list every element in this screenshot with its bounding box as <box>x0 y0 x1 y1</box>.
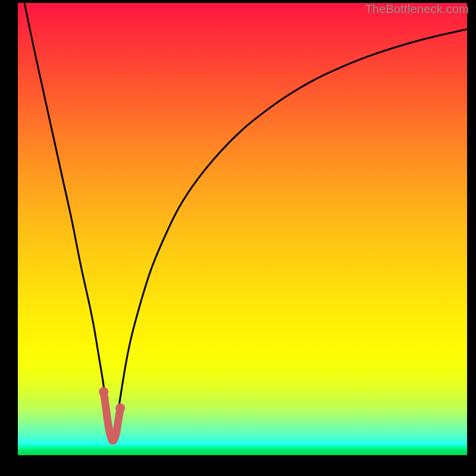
highlight-endpoint <box>115 403 125 413</box>
curve-layer <box>18 3 467 455</box>
watermark-text: TheBottleneck.com <box>365 2 469 16</box>
plot-area <box>18 3 467 455</box>
chart-frame: TheBottleneck.com <box>0 0 476 476</box>
highlight-endpoint <box>99 387 108 397</box>
bottleneck-curve <box>18 3 467 443</box>
optimal-highlight <box>104 392 120 441</box>
